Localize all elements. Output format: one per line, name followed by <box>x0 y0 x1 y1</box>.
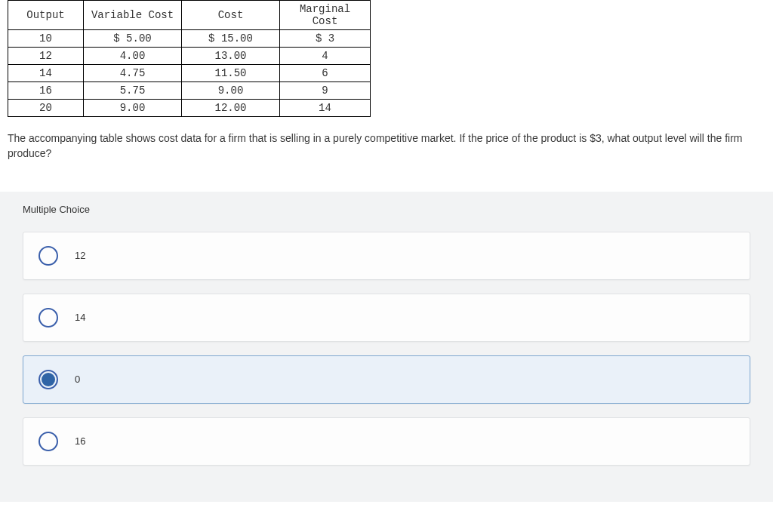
option-3[interactable]: 0 <box>23 355 750 404</box>
option-label: 16 <box>75 435 85 447</box>
th-cost: Cost <box>182 1 280 30</box>
options-container: 12 14 0 16 <box>0 232 773 502</box>
option-4[interactable]: 16 <box>23 417 750 466</box>
table-row: 16 5.75 9.00 9 <box>8 82 371 100</box>
table-row: 12 4.00 13.00 4 <box>8 48 371 65</box>
th-variable-cost: Variable Cost <box>84 1 182 30</box>
multiple-choice-label: Multiple Choice <box>0 192 773 232</box>
option-1[interactable]: 12 <box>23 232 750 280</box>
question-text: The accompanying table shows cost data f… <box>8 131 765 161</box>
radio-icon <box>38 370 58 389</box>
table-row: 10 $ 5.00 $ 15.00 $ 3 <box>8 30 371 48</box>
th-marginal-cost: Marginal Cost <box>280 1 371 30</box>
radio-icon <box>38 246 58 266</box>
multiple-choice-section: Multiple Choice 12 14 0 16 <box>0 192 773 502</box>
th-output: Output <box>8 1 84 30</box>
table-header-row: Output Variable Cost Cost Marginal Cost <box>8 1 371 30</box>
table-row: 20 9.00 12.00 14 <box>8 100 371 117</box>
option-label: 12 <box>75 250 85 261</box>
option-label: 14 <box>75 312 85 323</box>
table-row: 14 4.75 11.50 6 <box>8 65 371 82</box>
radio-icon <box>38 308 58 328</box>
option-2[interactable]: 14 <box>23 294 750 342</box>
option-label: 0 <box>75 374 80 385</box>
cost-table: Output Variable Cost Cost Marginal Cost … <box>8 0 371 117</box>
radio-icon <box>38 432 58 451</box>
